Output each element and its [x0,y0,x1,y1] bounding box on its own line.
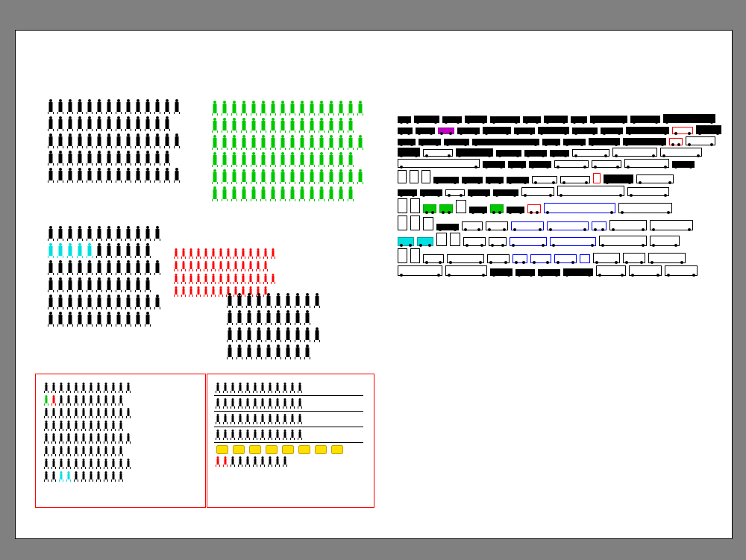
person-icon [308,186,315,201]
person-icon [269,135,276,150]
vehicle-icon [438,128,454,134]
person-icon [115,133,122,148]
person-icon [268,398,272,409]
vehicle-icon [444,139,469,145]
vehicle-icon [629,265,662,276]
person-icon [275,414,280,424]
person-icon [66,99,73,114]
vehicle-icon [419,139,441,145]
person-icon [211,118,218,133]
person-icon [57,277,63,292]
person-icon [260,430,265,440]
person-icon [59,471,63,482]
person-icon [233,274,238,284]
person-icon [115,243,122,258]
person-icon [260,398,265,409]
person-icon [66,116,73,131]
person-icon [298,135,305,150]
vehicle-icon [398,128,413,134]
vehicle-icon [456,200,466,213]
person-icon [226,310,233,325]
person-icon [260,456,265,467]
person-icon [105,226,112,241]
person-icon [357,101,363,116]
person-icon [96,471,101,482]
person-icon [240,169,247,184]
person-icon [231,135,237,150]
person-icon [271,274,275,284]
person-icon [283,414,287,424]
person-icon [163,133,170,148]
person-icon [96,446,101,456]
person-icon [294,327,301,342]
person-icon [44,459,48,469]
person-icon [174,248,178,259]
person-icon [318,169,325,184]
person-icon [211,152,218,167]
person-icon [66,383,71,393]
person-icon [245,456,250,467]
vehicle-icon [486,177,504,183]
vehicle-icon [483,161,505,168]
vehicle-icon [513,254,527,263]
person-icon [47,151,54,166]
person-icon [154,260,160,275]
vehicle-icon [463,237,486,246]
person-icon [289,135,295,150]
person-icon [211,261,216,271]
person-icon [283,456,287,467]
person-icon [211,186,218,201]
person-icon [216,456,220,467]
person-icon [304,293,310,308]
vehicle-icon [414,116,439,123]
cad-canvas[interactable] [15,30,733,539]
vehicle-icon [442,116,462,123]
person-icon [119,383,123,393]
vehicle-icon [544,203,615,213]
person-icon [47,295,54,309]
vehicle-icon [527,204,541,213]
person-icon [337,118,344,133]
vehicle-icon [609,220,647,230]
vehicle-icon [572,149,609,157]
person-icon [57,168,63,183]
person-icon [211,274,216,284]
person-icon [95,99,102,114]
marker-yellow [216,445,228,454]
person-icon [105,116,112,131]
person-icon [241,248,245,259]
person-icon [289,101,295,116]
vehicle-icon [472,139,539,145]
person-icon [240,101,247,116]
person-icon [95,243,102,258]
vehicle-icon [462,177,483,183]
person-icon [57,312,63,327]
person-icon [115,226,122,241]
vehicle-icon [563,268,593,276]
vehicle-icon [468,189,490,196]
vehicle-icon [672,127,693,134]
vehicle-icon [550,237,596,246]
person-icon [105,260,112,275]
person-icon [144,151,151,166]
person-icon [221,135,228,150]
person-icon [81,433,86,444]
person-icon [248,261,253,271]
person-icon [125,116,131,131]
person-icon [115,260,122,275]
person-icon [337,186,344,201]
person-icon [95,151,102,166]
person-icon [126,383,131,393]
person-icon [260,169,266,184]
person-icon [95,295,102,309]
person-icon [226,345,233,359]
person-icon [163,168,170,183]
person-icon [57,226,63,241]
person-icon [89,421,93,431]
vehicle-icon [554,160,589,168]
person-icon [76,243,83,258]
person-icon [275,430,280,440]
vehicle-icon [423,149,453,157]
person-icon [115,116,122,131]
vehicle-icon [487,254,510,263]
